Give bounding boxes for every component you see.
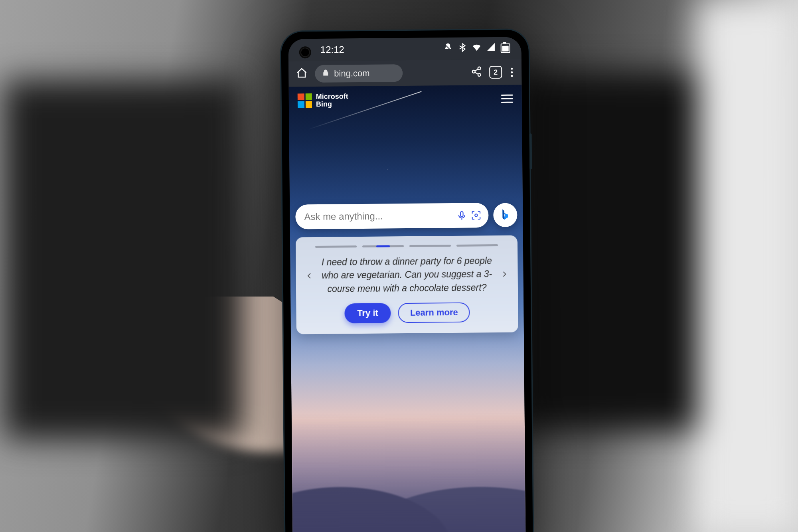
svg-point-4 (475, 214, 478, 217)
carousel-prev-button[interactable] (303, 269, 316, 282)
camera-punch-hole (300, 47, 310, 57)
svg-rect-3 (460, 212, 463, 217)
tab-count: 2 (494, 68, 498, 76)
cell-signal-icon (486, 42, 496, 54)
url-text: bing.com (334, 68, 370, 79)
bluetooth-icon (458, 42, 467, 54)
bing-homepage: Microsoft Bing (289, 85, 526, 532)
svg-point-2 (478, 73, 481, 76)
status-icons (443, 42, 510, 54)
carousel-indicator[interactable] (315, 244, 498, 248)
promo-sample-prompt: I need to throw a dinner party for 6 peo… (319, 254, 495, 296)
logo-text: Microsoft Bing (316, 93, 348, 108)
bing-chat-button[interactable] (493, 203, 518, 227)
browser-toolbar: bing.com 2 (288, 59, 522, 87)
search-row (295, 202, 518, 229)
android-status-bar: 12:12 (288, 37, 521, 61)
mute-icon (443, 42, 453, 54)
bing-b-icon (500, 208, 511, 222)
wifi-icon (472, 42, 482, 54)
phone-screen: 12:12 (288, 37, 525, 532)
hamburger-menu-button[interactable] (501, 95, 513, 103)
page-header: Microsoft Bing (289, 85, 522, 115)
chat-promo-card: I need to throw a dinner party for 6 peo… (296, 235, 518, 334)
overflow-menu-button[interactable] (509, 66, 514, 78)
svg-point-1 (472, 70, 475, 73)
battery-icon (501, 43, 510, 53)
home-button[interactable] (296, 67, 308, 81)
wallpaper-mountains (291, 354, 525, 532)
search-box[interactable] (295, 203, 489, 229)
status-time: 12:12 (320, 44, 344, 55)
microsoft-logo-icon (298, 93, 312, 107)
image-search-icon[interactable] (470, 209, 482, 221)
url-bar[interactable]: bing.com (315, 64, 403, 83)
voice-search-icon[interactable] (456, 209, 468, 221)
try-it-button[interactable]: Try it (344, 303, 391, 323)
share-button[interactable] (471, 66, 482, 79)
tab-switcher[interactable]: 2 (489, 65, 502, 78)
learn-more-button[interactable]: Learn more (398, 302, 470, 323)
phone-frame: 12:12 (281, 30, 533, 532)
svg-point-0 (478, 67, 481, 69)
carousel-next-button[interactable] (498, 267, 511, 280)
search-input[interactable] (304, 210, 453, 222)
lock-icon (322, 68, 329, 79)
microsoft-bing-logo[interactable]: Microsoft Bing (298, 93, 348, 108)
